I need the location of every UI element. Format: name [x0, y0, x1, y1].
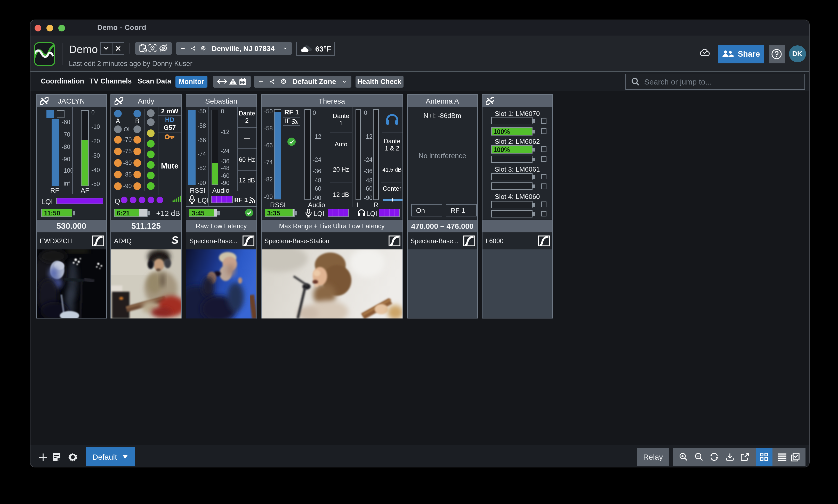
svg-text:-75: -75 — [123, 148, 132, 155]
svg-text:A: A — [116, 117, 120, 124]
svg-text:-80: -80 — [123, 160, 132, 166]
svg-text:-85: -85 — [123, 171, 132, 178]
svg-text:B: B — [135, 117, 140, 124]
svg-text:-90: -90 — [123, 183, 132, 190]
svg-text:-70: -70 — [123, 136, 132, 143]
svg-text:OL: OL — [124, 126, 131, 132]
